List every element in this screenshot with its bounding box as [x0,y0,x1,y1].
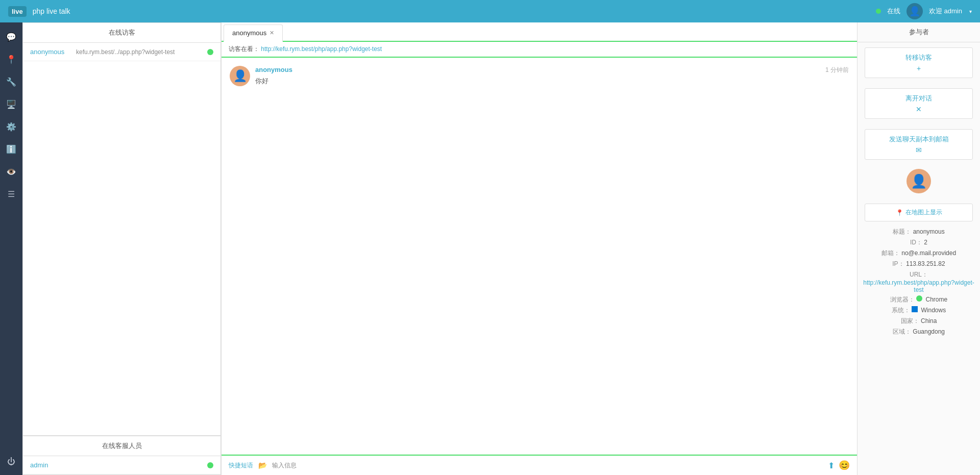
label-id: ID： [910,239,922,246]
val-region: Guangdong [913,328,945,335]
chat-area: anonymous ✕ 访客在看： http://kefu.rym.best/p… [222,22,857,475]
label-ip: IP： [892,260,904,267]
visitor-name: anonymous [30,48,76,56]
chat-tab-anonymous[interactable]: anonymous ✕ [224,24,283,42]
right-panel-header: 参与者 [857,22,980,42]
sidebar-item-monitor[interactable]: 🖥️ [2,95,20,113]
val-email: no@e.mail.provided [901,249,956,257]
val-browser: Chrome [926,296,948,303]
send-email-label: 发送聊天副本到邮箱 [889,135,949,143]
visitor-url: kefu.rym.best/../app.php?widget-test [76,48,207,56]
admin-welcome-label: 欢迎 admin [929,7,962,16]
val-os: Windows [921,307,946,314]
right-panel: 参与者 转移访客 + 离开对话 ✕ 发送聊天副本到邮箱 ✉ 👤 📍 在地图上显示 [857,22,980,475]
info-row-country: 国家： China [863,317,975,326]
leave-icon: ✕ [870,105,967,113]
info-row-tag: 标题： anonymous [863,228,975,236]
avatar[interactable]: 👤 [906,3,923,19]
label-region: 区域： [893,328,911,335]
map-display-btn[interactable]: 📍 在地图上显示 [865,204,973,221]
topnav: live php live talk 在线 👤 欢迎 admin ▾ [0,0,980,22]
transfer-label: 转移访客 [905,54,932,61]
chevron-down-icon[interactable]: ▾ [969,9,972,14]
info-row-region: 区域： Guangdong [863,328,975,336]
url-bar-link[interactable]: http://kefu.rym.best/php/app.php?widget-… [261,45,382,53]
agent-list: admin [22,456,221,475]
visitor-url-bar: 访客在看： http://kefu.rym.best/php/app.php?w… [222,42,857,58]
visitor-info-section: 👤 [857,169,980,197]
leave-conversation-btn[interactable]: 离开对话 ✕ [865,88,973,119]
online-status-label: 在线 [887,7,900,16]
logo: live [8,6,27,17]
val-id: 2 [924,239,927,246]
transfer-icon: + [870,64,967,72]
tab-label: anonymous [232,29,266,37]
windows-icon [912,306,918,312]
online-visitors-header: 在线访客 [22,22,221,43]
label-country: 国家： [901,317,919,324]
sidebar-item-chat[interactable]: 💬 [2,28,20,46]
message-text: 你好 [255,77,849,86]
val-url: http://kefu.rym.best/php/app.php?widget-… [863,279,974,293]
info-row-email: 邮箱： no@e.mail.provided [863,249,975,258]
chat-input-right: ⬆ 😊 [828,460,850,471]
app-title: php live talk [33,7,70,15]
val-country: China [921,317,937,324]
visitor-avatar-large: 👤 [906,169,931,193]
send-email-icon: ✉ [870,146,967,154]
upload-icon[interactable]: ⬆ [828,461,835,470]
message-row: 👤 anonymous 1 分钟前 你好 [230,66,849,86]
sidebar-item-power[interactable]: ⏻ [2,453,20,471]
visitor-list: anonymous kefu.rym.best/../app.php?widge… [22,43,221,436]
label-tag: 标题： [893,228,911,235]
info-row-browser: 浏览器： Chrome [863,295,975,304]
label-url: URL： [910,271,928,278]
sidebar-item-list[interactable]: ☰ [2,185,20,203]
agent-item: admin [23,456,220,474]
leave-label: 离开对话 [905,94,932,102]
input-info-label: 输入信息 [272,461,297,470]
label-email: 邮箱： [881,249,900,257]
sidebar-item-settings[interactable]: ⚙️ [2,117,20,136]
pin-icon: 📍 [896,209,903,216]
message-avatar: 👤 [230,66,250,86]
sidebar-item-tools[interactable]: 🔧 [2,72,20,91]
info-row-os: 系统： Windows [863,306,975,315]
online-status-dot [876,9,881,14]
file-icon[interactable]: 📂 [258,461,267,469]
visitor-info-table: 标题： anonymous ID： 2 邮箱： no@e.mail.provid… [857,223,980,342]
info-row-ip: IP： 113.83.251.82 [863,260,975,268]
label-os: 系统： [892,307,910,314]
agent-name: admin [30,461,207,469]
transfer-visitor-btn[interactable]: 转移访客 + [865,47,973,78]
val-ip: 113.83.251.82 [906,260,945,267]
online-agents-header: 在线客服人员 [22,436,221,456]
sidebar: 💬 📍 🔧 🖥️ ⚙️ ℹ️ 👁️ ☰ ⏻ [0,22,22,475]
agent-online-dot [207,462,213,468]
visitor-item[interactable]: anonymous kefu.rym.best/../app.php?widge… [23,43,220,61]
left-panel: 在线访客 anonymous kefu.rym.best/../app.php?… [22,22,222,475]
sidebar-item-location[interactable]: 📍 [2,50,20,68]
val-tag: anonymous [913,228,945,235]
message-content: anonymous 1 分钟前 你好 [255,66,849,86]
chat-tabs: anonymous ✕ [222,22,857,42]
map-btn-label: 在地图上显示 [905,208,942,217]
sidebar-item-info[interactable]: ℹ️ [2,140,20,158]
message-sender: anonymous [255,66,292,73]
quick-phrase-btn[interactable]: 快捷短语 [229,461,253,470]
send-email-btn[interactable]: 发送聊天副本到邮箱 ✉ [865,129,973,160]
message-header: anonymous 1 分钟前 [255,66,849,74]
chat-messages: 👤 anonymous 1 分钟前 你好 [222,58,857,455]
label-browser: 浏览器： [890,296,915,303]
message-time: 1 分钟前 [825,66,849,74]
info-row-id: ID： 2 [863,238,975,247]
url-bar-prefix: 访客在看： [229,45,259,53]
info-row-url: URL： http://kefu.rym.best/php/app.php?wi… [863,270,975,293]
visitor-online-dot [207,49,213,55]
main-layout: 在线访客 anonymous kefu.rym.best/../app.php?… [22,22,980,475]
tab-close-icon[interactable]: ✕ [270,30,274,36]
emoji-btn[interactable]: 😊 [839,460,850,471]
sidebar-item-eye[interactable]: 👁️ [2,162,20,181]
topnav-right: 在线 👤 欢迎 admin ▾ [876,3,972,19]
browser-icon [916,295,922,302]
